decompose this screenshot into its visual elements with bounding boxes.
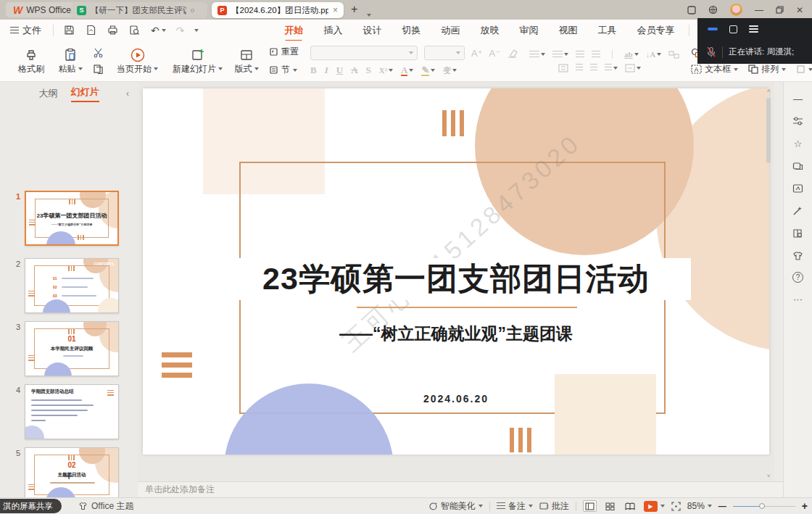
layout-switch-icon[interactable] (687, 6, 696, 14)
section-button[interactable]: 节 (269, 64, 299, 76)
notes-button[interactable]: 备注 (497, 500, 533, 513)
menu-review[interactable]: 审阅 (509, 20, 548, 41)
cut-icon[interactable] (93, 47, 104, 58)
zoom-slider[interactable] (733, 501, 795, 511)
zoom-in-button[interactable]: + (802, 500, 808, 512)
file-menu[interactable]: 文件 (0, 24, 49, 37)
more-tools-icon[interactable]: ··· (792, 292, 805, 305)
redo-icon[interactable]: ↷ (176, 25, 185, 36)
highlight-button[interactable]: ✎ (421, 65, 435, 76)
menu-animation[interactable]: 动画 (431, 20, 470, 41)
toolbar-more-dropdown[interactable] (194, 29, 199, 32)
collapse-panel-icon[interactable]: ‹ (126, 88, 129, 99)
save-icon[interactable] (64, 25, 75, 36)
menu-tools[interactable]: 工具 (587, 20, 626, 41)
menu-insert[interactable]: 插入 (313, 20, 352, 41)
distribute-icon[interactable] (558, 64, 568, 72)
placeholder-button[interactable] (796, 65, 812, 74)
design-tools-icon[interactable] (792, 182, 805, 195)
new-tab-button[interactable]: + (351, 3, 357, 16)
slide-editor[interactable]: 王可心8615128473020 23学硕第一团支部团日活动 ——“树立正确就业… (143, 88, 769, 455)
minimize-window-icon[interactable]: — (755, 6, 763, 14)
zoom-out-button[interactable]: — (718, 502, 726, 510)
menu-transition[interactable]: 切换 (392, 20, 431, 41)
globe-icon[interactable] (708, 5, 718, 14)
layout-button[interactable]: 版式 (230, 45, 263, 78)
slide-4-thumbnail[interactable]: 学期团支部活动总结 (25, 384, 119, 439)
copy-icon[interactable] (93, 64, 104, 75)
convert-smartart-icon[interactable] (668, 50, 679, 59)
close-tab-icon[interactable]: × (333, 6, 338, 14)
print-icon[interactable] (107, 25, 119, 36)
text-direction-icon[interactable]: ab (624, 50, 639, 59)
vertical-scrollbar[interactable]: ˄ ˅ (764, 88, 773, 479)
shadow-button[interactable]: S (366, 65, 371, 76)
resource-library-icon[interactable] (792, 227, 805, 240)
scroll-down-icon[interactable]: ˅ (764, 473, 773, 479)
zoom-slider-knob[interactable] (759, 503, 765, 509)
arrange-button[interactable]: 排列 (748, 63, 786, 75)
tab-list-dropdown[interactable] (367, 7, 371, 20)
superscript-button[interactable]: X² (379, 66, 393, 75)
underline-button[interactable]: U (336, 65, 343, 76)
print-preview-icon[interactable] (129, 25, 141, 36)
menu-slideshow[interactable]: 放映 (470, 20, 509, 41)
reset-button[interactable]: 重置 (269, 46, 299, 58)
wps-home-tab[interactable]: W WPS Office (6, 2, 78, 17)
slide-date[interactable]: 2024.06.20 (143, 393, 769, 405)
user-avatar[interactable] (730, 4, 742, 16)
restore-window-icon[interactable] (776, 6, 784, 14)
add-slide-button[interactable]: + (0, 468, 138, 484)
tab-slides[interactable]: 幻灯片 (71, 86, 99, 102)
screen-share-pill[interactable]: 淇的屏幕共享 (0, 499, 62, 513)
vertical-align-icon[interactable] (625, 64, 641, 72)
reading-view-icon[interactable] (624, 500, 637, 512)
line-spacing-icon[interactable] (605, 64, 618, 72)
meeting-minimize-icon[interactable] (708, 28, 718, 30)
tab-outline[interactable]: 大纲 (39, 87, 58, 100)
slide-1-thumbnail[interactable]: 23学硕第一团支部团日活动 ——“树立正确就业观”主题团课 (25, 191, 119, 246)
text-effects-button[interactable]: 变 (443, 65, 457, 76)
menu-member[interactable]: 会员专享 (626, 20, 684, 41)
numbering-icon[interactable] (552, 51, 568, 59)
font-color-button[interactable]: A (401, 65, 413, 76)
document-tab-spreadsheet[interactable]: S 【研一下】团支部民主评议分数公 (71, 2, 207, 18)
line-spacing-down-icon[interactable] (590, 64, 597, 72)
textbox-button[interactable]: A 文本框 (691, 63, 738, 75)
animation-pane-icon[interactable] (792, 159, 805, 173)
new-slide-button[interactable]: 新建幻灯片 (171, 45, 224, 78)
slide-3-thumbnail[interactable]: 01 本学期民主评议回顾 (25, 321, 119, 376)
bullets-icon[interactable] (529, 51, 545, 59)
play-from-current-button[interactable]: 当页开始 (115, 45, 160, 78)
increase-indent-icon[interactable] (592, 51, 600, 59)
office-theme-button[interactable]: Office 主题 (78, 498, 133, 514)
clear-format-icon[interactable] (507, 49, 518, 58)
slide-sorter-view-icon[interactable] (603, 500, 617, 512)
play-slideshow-button[interactable]: ▶ (644, 501, 665, 512)
smart-beautify-icon[interactable] (792, 204, 805, 217)
menu-home[interactable]: 开始 (274, 20, 313, 41)
decrease-indent-icon[interactable] (576, 51, 584, 59)
line-spacing-up-icon[interactable] (576, 64, 583, 72)
effects-star-icon[interactable]: ☆ (792, 137, 805, 150)
slide-2-thumbnail[interactable]: CONTENTS 01 02 03 (25, 258, 119, 313)
meeting-menu-icon[interactable] (749, 23, 758, 34)
format-painter-button[interactable]: 格式刷 (14, 45, 48, 78)
scroll-up-icon[interactable]: ˄ (764, 88, 773, 94)
font-name-select[interactable] (310, 46, 418, 60)
theme-skin-icon[interactable] (792, 249, 805, 262)
sort-text-icon[interactable]: ↓A (646, 50, 661, 59)
undo-button[interactable]: ↶ (151, 25, 166, 36)
microphone-muted-icon[interactable] (706, 46, 716, 58)
meeting-restore-icon[interactable] (729, 25, 737, 33)
slide-subtitle[interactable]: ——“树立正确就业观”主题团课 (143, 323, 769, 345)
paste-button[interactable]: 粘贴 (54, 45, 87, 78)
bold-button[interactable]: B (310, 65, 317, 76)
increase-font-button[interactable]: A⁺ (471, 48, 483, 59)
object-properties-icon[interactable] (792, 115, 805, 128)
menu-design[interactable]: 设计 (352, 20, 392, 41)
document-tab-presentation-active[interactable]: P 【2024.6.20】团日活动.pptx × (212, 2, 344, 18)
export-pdf-icon[interactable] (86, 25, 97, 36)
decrease-font-button[interactable]: A⁻ (489, 48, 501, 59)
help-icon[interactable]: ? (792, 272, 803, 283)
